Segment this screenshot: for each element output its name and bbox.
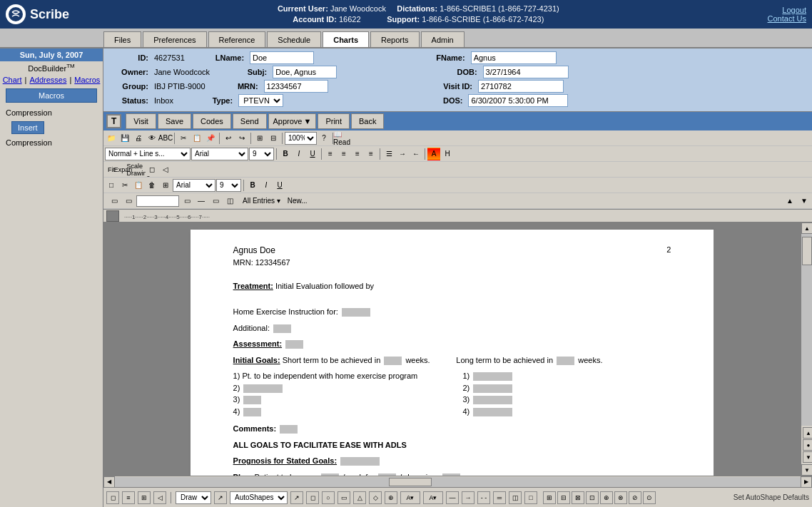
shadow-btn[interactable]: ◫ [223, 195, 236, 208]
insert-button[interactable]: Insert [11, 121, 44, 134]
align-justify-btn[interactable]: ≡ [365, 148, 377, 160]
nav-arrow-down[interactable]: ▼ [798, 195, 811, 208]
tab-reports[interactable]: Reports [370, 31, 420, 47]
combo1[interactable]: ▭ [108, 195, 121, 208]
send-button[interactable]: Send [233, 113, 267, 129]
tab-files[interactable]: Files [103, 31, 141, 47]
draw-icon2[interactable]: ✂ [118, 179, 131, 192]
dob-input[interactable] [483, 66, 569, 78]
subj-input[interactable] [273, 66, 337, 78]
draw-icon4[interactable]: 🗑 [146, 179, 158, 192]
copy-icon[interactable]: 📋 [191, 132, 203, 145]
approve-button[interactable]: Approve ▼ [268, 113, 317, 129]
fname-input[interactable] [471, 51, 557, 64]
bottom-arrow-style[interactable]: → [462, 491, 474, 504]
underline-btn[interactable]: U [306, 148, 319, 160]
bottom-3d[interactable]: □ [524, 491, 537, 504]
bottom-icon10[interactable]: ⊗ [614, 491, 627, 504]
align-left-btn[interactable]: ≡ [324, 148, 337, 160]
color-well[interactable] [136, 195, 179, 207]
align-center-btn[interactable]: ≡ [338, 148, 350, 160]
read-toggle[interactable]: 📖 Read [335, 132, 348, 145]
bottom-icon11[interactable]: ⊘ [629, 491, 641, 504]
size-select[interactable]: 9 [249, 148, 274, 160]
logout-link[interactable]: Logout [782, 6, 806, 14]
zoom-up-btn[interactable]: ▲ [803, 427, 812, 439]
drawing-icon2[interactable]: ◁ [159, 163, 172, 176]
bottom-line-color[interactable]: — [446, 491, 459, 504]
redo-icon[interactable]: ↪ [235, 132, 248, 145]
bold-btn[interactable]: B [279, 148, 292, 160]
back-button[interactable]: Back [351, 113, 384, 129]
spell-icon[interactable]: ABC [159, 132, 172, 145]
tab-reference[interactable]: Reference [208, 31, 266, 47]
bottom-line-style[interactable]: ═ [493, 491, 506, 504]
tab-admin[interactable]: Admin [421, 31, 465, 47]
visit-button[interactable]: Visit [126, 113, 156, 129]
bottom-icon2[interactable]: ≡ [122, 491, 135, 504]
addresses-link[interactable]: Addresses [29, 76, 66, 84]
doc-scroll-area[interactable]: Agnus Doe MRN: 12334567 2 Treatment: Ini… [103, 222, 801, 476]
tab-schedule[interactable]: Schedule [267, 31, 321, 47]
visit-id-input[interactable] [478, 80, 564, 93]
help-icon[interactable]: ? [318, 132, 330, 145]
highlight-btn[interactable]: H [441, 148, 454, 160]
list-btn[interactable]: ☰ [382, 148, 395, 160]
scroll-down-btn[interactable]: ▼ [801, 464, 812, 476]
bottom-arrow[interactable]: ↗ [214, 491, 227, 504]
bottom-icon3[interactable]: ⊞ [138, 491, 151, 504]
bottom-icon8[interactable]: ⊡ [586, 491, 599, 504]
indent-btn[interactable]: → [396, 148, 409, 160]
print-icon[interactable]: 🖨 [132, 132, 145, 145]
bottom-fill-color[interactable]: A▾ [400, 491, 420, 504]
bottom-shape2[interactable]: ◻ [306, 491, 319, 504]
drawing-icon1[interactable]: ◻ [146, 163, 158, 176]
color-btn[interactable]: A [427, 148, 440, 160]
draw-bold-btn[interactable]: B [246, 179, 259, 192]
draw-icon5[interactable]: ⊞ [159, 179, 172, 192]
table-icon[interactable]: ⊞ [253, 132, 266, 145]
type-select[interactable]: PTEVN [238, 94, 283, 107]
h-scroll-left[interactable]: ◀ [103, 476, 115, 488]
fill-btn[interactable]: ▭ [181, 195, 193, 208]
zoom-select[interactable]: 100% [285, 132, 317, 145]
bottom-font-color[interactable]: A▾ [423, 491, 443, 504]
macros-button[interactable]: Macros [6, 88, 97, 103]
bottom-icon9[interactable]: ⊕ [600, 491, 613, 504]
bottom-icon4[interactable]: ◁ [153, 491, 166, 504]
tab-preferences[interactable]: Preferences [143, 31, 206, 47]
bottom-shape7[interactable]: ⊕ [385, 491, 397, 504]
combo2[interactable]: ▭ [122, 195, 135, 208]
autoshapes-select[interactable]: AutoShapes [230, 491, 288, 504]
open-icon[interactable]: 📁 [105, 132, 118, 145]
draw-size-select[interactable]: 9 [216, 179, 241, 192]
contact-us-link[interactable]: Contact Us [768, 14, 806, 23]
bottom-shadow[interactable]: ◫ [509, 491, 522, 504]
bottom-dash-style[interactable]: - - [477, 491, 490, 504]
save-button[interactable]: Save [158, 113, 191, 129]
scale-btn[interactable]: Scale Drawing [132, 163, 145, 176]
bottom-icon7[interactable]: ⊠ [572, 491, 584, 504]
draw-icon1[interactable]: □ [105, 179, 118, 192]
t-button[interactable]: T [106, 114, 121, 128]
undo-icon[interactable]: ↩ [222, 132, 235, 145]
lname-input[interactable] [250, 51, 314, 64]
font-select[interactable]: Arial [191, 148, 248, 160]
save-icon[interactable]: 💾 [118, 132, 131, 145]
tab-charts[interactable]: Charts [323, 31, 369, 47]
bottom-icon6[interactable]: ⊟ [557, 491, 570, 504]
zoom-dot-btn[interactable]: ● [803, 439, 812, 451]
bottom-shape6[interactable]: ◇ [369, 491, 382, 504]
macros-link[interactable]: Macros [74, 76, 100, 84]
cut-icon[interactable]: ✂ [177, 132, 190, 145]
draw-icon3[interactable]: 📋 [132, 179, 145, 192]
chart-link[interactable]: Chart [3, 76, 22, 84]
print-button[interactable]: Print [318, 113, 350, 129]
align-right-btn[interactable]: ≡ [351, 148, 364, 160]
draw-font-select[interactable]: Arial [173, 179, 215, 192]
draw-underline-btn[interactable]: U [273, 179, 286, 192]
bottom-icon5[interactable]: ⊞ [543, 491, 556, 504]
bottom-icon1[interactable]: ◻ [106, 491, 119, 504]
codes-button[interactable]: Codes [193, 113, 231, 129]
bottom-shape3[interactable]: ○ [322, 491, 335, 504]
